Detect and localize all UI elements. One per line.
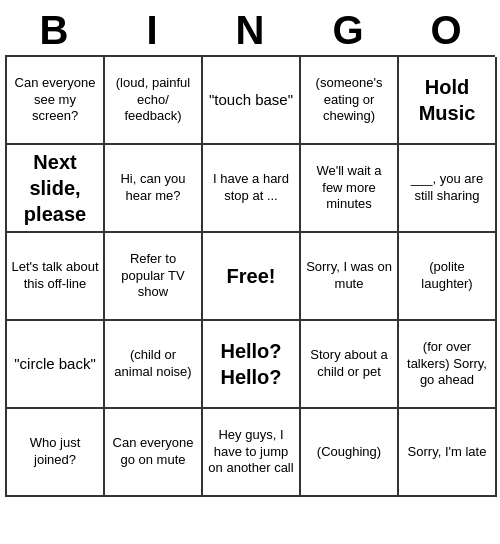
bingo-cell-23[interactable]: (Coughing) bbox=[301, 409, 399, 497]
header-letter-B: B bbox=[8, 8, 100, 53]
bingo-cell-5[interactable]: Next slide, please bbox=[7, 145, 105, 233]
bingo-cell-7[interactable]: I have a hard stop at ... bbox=[203, 145, 301, 233]
header-letter-N: N bbox=[204, 8, 296, 53]
bingo-cell-15[interactable]: "circle back" bbox=[7, 321, 105, 409]
bingo-cell-3[interactable]: (someone's eating or chewing) bbox=[301, 57, 399, 145]
bingo-cell-21[interactable]: Can everyone go on mute bbox=[105, 409, 203, 497]
bingo-cell-11[interactable]: Refer to popular TV show bbox=[105, 233, 203, 321]
bingo-header: BINGO bbox=[5, 8, 495, 53]
header-letter-I: I bbox=[106, 8, 198, 53]
bingo-cell-6[interactable]: Hi, can you hear me? bbox=[105, 145, 203, 233]
bingo-grid: Can everyone see my screen?(loud, painfu… bbox=[5, 55, 495, 497]
bingo-cell-18[interactable]: Story about a child or pet bbox=[301, 321, 399, 409]
bingo-cell-4[interactable]: Hold Music bbox=[399, 57, 497, 145]
bingo-cell-10[interactable]: Let's talk about this off-line bbox=[7, 233, 105, 321]
bingo-cell-9[interactable]: ___, you are still sharing bbox=[399, 145, 497, 233]
bingo-cell-17[interactable]: Hello? Hello? bbox=[203, 321, 301, 409]
bingo-cell-24[interactable]: Sorry, I'm late bbox=[399, 409, 497, 497]
bingo-cell-8[interactable]: We'll wait a few more minutes bbox=[301, 145, 399, 233]
bingo-cell-19[interactable]: (for over talkers) Sorry, go ahead bbox=[399, 321, 497, 409]
header-letter-O: O bbox=[400, 8, 492, 53]
header-letter-G: G bbox=[302, 8, 394, 53]
bingo-cell-22[interactable]: Hey guys, I have to jump on another call bbox=[203, 409, 301, 497]
bingo-cell-13[interactable]: Sorry, I was on mute bbox=[301, 233, 399, 321]
bingo-card: BINGO Can everyone see my screen?(loud, … bbox=[5, 8, 495, 497]
bingo-cell-14[interactable]: (polite laughter) bbox=[399, 233, 497, 321]
bingo-cell-2[interactable]: "touch base" bbox=[203, 57, 301, 145]
bingo-cell-16[interactable]: (child or animal noise) bbox=[105, 321, 203, 409]
bingo-cell-1[interactable]: (loud, painful echo/ feedback) bbox=[105, 57, 203, 145]
bingo-cell-20[interactable]: Who just joined? bbox=[7, 409, 105, 497]
bingo-cell-12[interactable]: Free! bbox=[203, 233, 301, 321]
bingo-cell-0[interactable]: Can everyone see my screen? bbox=[7, 57, 105, 145]
